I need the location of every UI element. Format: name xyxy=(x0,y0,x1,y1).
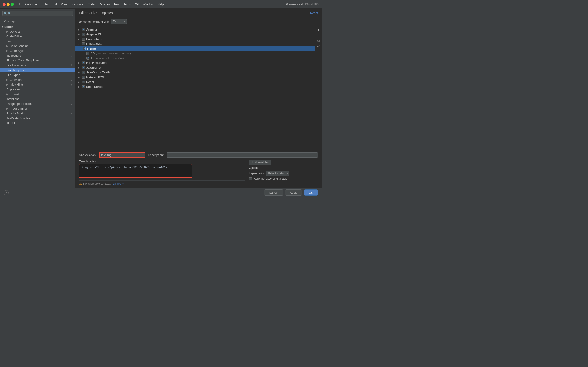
menu-window[interactable]: Window xyxy=(141,2,155,6)
handlebars-checkbox[interactable] xyxy=(82,38,85,41)
copy-button[interactable]: ⧉ xyxy=(316,38,321,43)
abbreviation-input[interactable] xyxy=(99,152,145,158)
sidebar-item-code-style[interactable]: ▶ Code Style xyxy=(0,48,75,53)
restore-button[interactable]: ↩ xyxy=(316,44,321,49)
sidebar-item-inlay-hints[interactable]: ▶ Inlay Hints ⊡ xyxy=(0,82,75,87)
angularjs-checkbox[interactable] xyxy=(82,33,85,36)
menu-tools[interactable]: Tools xyxy=(122,2,132,6)
template-cd[interactable]: CD (Surround with CDATA section) xyxy=(75,51,315,56)
menu-file[interactable]: File xyxy=(41,2,49,6)
group-handlebars[interactable]: ▶ Handlebars xyxy=(75,37,315,42)
js-testing-checkbox[interactable] xyxy=(82,71,85,74)
sidebar-item-editor[interactable]: ▾ Editor xyxy=(0,24,75,29)
sidebar-item-duplicates[interactable]: Duplicates xyxy=(0,87,75,92)
template-fakeimg[interactable]: fakeimg xyxy=(75,46,315,51)
group-shell-script[interactable]: ▶ Shell Script xyxy=(75,84,315,89)
expand-with-row: Expand with Default (Tab) Tab Enter Spac… xyxy=(249,171,318,176)
add-button[interactable]: + xyxy=(316,27,321,32)
group-http-request[interactable]: ▶ HTTP Request xyxy=(75,60,315,65)
sidebar-item-file-encodings[interactable]: File Encodings ⊡ xyxy=(0,63,75,68)
titlebar-left:  WebStorm File Edit View Navigate Code … xyxy=(3,2,166,6)
menu-webstorm[interactable]: WebStorm xyxy=(23,2,40,6)
sidebar-item-live-templates[interactable]: Live Templates xyxy=(0,68,75,73)
menu-code[interactable]: Code xyxy=(86,2,96,6)
sidebar-item-keymap[interactable]: Keymap xyxy=(0,19,75,24)
sidebar-item-general[interactable]: ▶ General xyxy=(0,29,75,34)
group-javascript[interactable]: ▶ JavaScript xyxy=(75,65,315,70)
template-t[interactable]: T (Surround with <tag></tag>) xyxy=(75,56,315,60)
cd-checkbox[interactable] xyxy=(86,52,89,55)
http-arrow: ▶ xyxy=(78,62,80,64)
sidebar-item-todo[interactable]: TODO xyxy=(0,121,75,125)
menu-edit[interactable]: Edit xyxy=(50,2,59,6)
group-angularjs[interactable]: ▶ AngularJS xyxy=(75,32,315,37)
expand-with-options-select[interactable]: Default (Tab) Tab Enter Space xyxy=(266,171,289,176)
ok-button[interactable]: OK xyxy=(304,190,318,196)
remove-button[interactable]: − xyxy=(316,33,321,38)
content-area: Editor › Live Templates Reset By default… xyxy=(75,9,321,188)
group-javascript-testing[interactable]: ▶ JavaScript Testing xyxy=(75,70,315,75)
sidebar-item-reader-mode[interactable]: Reader Mode ⊡ xyxy=(0,111,75,116)
sidebar-item-copyright[interactable]: ▶ Copyright ⊡ xyxy=(0,77,75,82)
js-checkbox[interactable] xyxy=(82,66,85,69)
menu-help[interactable]: Help xyxy=(156,2,166,6)
fakeimg-checkbox[interactable] xyxy=(83,47,86,50)
define-link[interactable]: Define xyxy=(113,182,121,185)
sidebar-item-intentions[interactable]: Intentions xyxy=(0,97,75,101)
http-checkbox[interactable] xyxy=(82,61,85,64)
help-button[interactable]: ? xyxy=(4,190,9,195)
menu-refactor[interactable]: Refactor xyxy=(97,2,112,6)
sidebar-item-inspections[interactable]: Inspections ⊡ xyxy=(0,53,75,58)
inlay-hints-arrow: ▶ xyxy=(6,83,8,86)
t-checkbox[interactable] xyxy=(86,57,89,60)
search-box: 🔍 xyxy=(0,9,75,18)
define-arrow-icon[interactable]: ▾ xyxy=(122,182,124,185)
minimize-button[interactable] xyxy=(7,3,10,6)
sidebar-item-emmet[interactable]: ▶ Emmet xyxy=(0,92,75,97)
group-angular[interactable]: ▶ Angular xyxy=(75,27,315,32)
meteor-arrow: ▶ xyxy=(78,76,80,78)
template-text-area[interactable]: <img src="https://picsum.photos/300/200/… xyxy=(79,164,192,178)
handlebars-arrow: ▶ xyxy=(78,38,80,40)
apply-button[interactable]: Apply xyxy=(285,190,302,196)
description-input[interactable] xyxy=(166,152,318,158)
react-checkbox[interactable] xyxy=(82,81,85,83)
expand-with-select[interactable]: Tab Enter Space xyxy=(111,19,127,24)
menu-git[interactable]: Git xyxy=(133,2,141,6)
meteor-checkbox[interactable] xyxy=(82,76,85,79)
sidebar-item-font[interactable]: Font xyxy=(0,39,75,44)
sidebar-item-color-scheme[interactable]: ▶ Color Scheme xyxy=(0,44,75,48)
reset-button[interactable]: Reset xyxy=(310,11,318,15)
shell-checkbox[interactable] xyxy=(82,85,85,88)
search-input[interactable] xyxy=(2,10,73,16)
menu-view[interactable]: View xyxy=(59,2,69,6)
copyright-badge: ⊡ xyxy=(70,78,72,81)
html-xml-checkbox[interactable] xyxy=(82,42,85,45)
reader-mode-badge: ⊡ xyxy=(70,112,72,115)
sidebar-item-textmate-bundles[interactable]: TextMate Bundles xyxy=(0,116,75,121)
sidebar-item-file-code-templates[interactable]: File and Code Templates xyxy=(0,58,75,63)
expand-with-dropdown-wrapper: Default (Tab) Tab Enter Space ▾ xyxy=(266,171,289,176)
sidebar-item-proofreading[interactable]: ▶ Proofreading xyxy=(0,106,75,111)
group-html-xml[interactable]: ▾ HTML/XML xyxy=(75,42,315,46)
menu-run[interactable]: Run xyxy=(112,2,121,6)
apple-menu[interactable]:  xyxy=(17,2,22,6)
edit-variables-button[interactable]: Edit variables xyxy=(249,160,271,165)
html-xml-label: HTML/XML xyxy=(86,42,102,46)
reformat-checkbox[interactable] xyxy=(249,177,252,180)
maximize-button[interactable] xyxy=(11,3,14,6)
right-bottom: Edit variables Options Expand with Defau… xyxy=(249,160,318,185)
cancel-button[interactable]: Cancel xyxy=(264,190,283,196)
angular-checkbox[interactable] xyxy=(82,28,85,31)
main-layout: 🔍 Keymap ▾ Editor ▶ General Code Editing xyxy=(0,9,321,188)
angularjs-label: AngularJS xyxy=(86,33,101,36)
sidebar-item-language-injections[interactable]: Language Injections ⊡ xyxy=(0,101,75,106)
close-button[interactable] xyxy=(3,3,6,6)
menu-navigate[interactable]: Navigate xyxy=(69,2,85,6)
group-react[interactable]: ▶ React xyxy=(75,80,315,84)
emmet-arrow: ▶ xyxy=(6,93,8,95)
options-section: Options Expand with Default (Tab) Tab En… xyxy=(249,166,318,180)
sidebar-item-file-types[interactable]: File Types xyxy=(0,73,75,77)
group-meteor-html[interactable]: ▶ Meteor HTML xyxy=(75,75,315,80)
sidebar-item-code-editing[interactable]: Code Editing xyxy=(0,34,75,39)
